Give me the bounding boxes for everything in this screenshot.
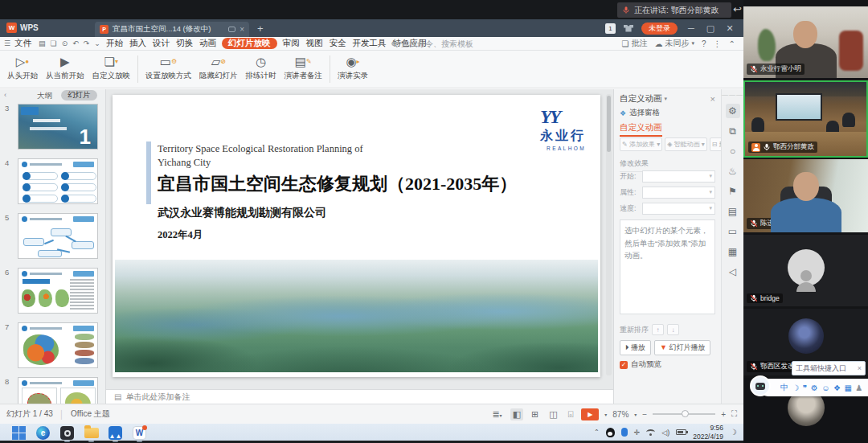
windows-start-button[interactable]: [11, 425, 27, 441]
volume-icon[interactable]: ◁): [661, 429, 669, 437]
slide-thumbnail-8[interactable]: [18, 377, 98, 404]
notes-toggle-icon[interactable]: ≣▾: [489, 408, 504, 420]
menu-item-view[interactable]: 视图: [303, 37, 326, 50]
night-mode-icon[interactable]: ☽: [730, 428, 737, 437]
animation-section-tab[interactable]: 自定义动画: [620, 122, 662, 137]
collapse-panel-icon[interactable]: ‹: [4, 90, 6, 99]
menu-item-security[interactable]: 安全: [326, 37, 350, 50]
zoom-in-button[interactable]: +: [721, 410, 726, 419]
camera-app-icon[interactable]: [59, 425, 75, 441]
wps-logo[interactable]: W WPS: [6, 23, 39, 33]
reorder-down-button[interactable]: ↓: [667, 324, 679, 335]
redo-icon[interactable]: ↷: [84, 39, 90, 47]
command-search[interactable]: 🔍︎ 查找命令、搜索模板: [391, 39, 473, 50]
close-tooltip-icon[interactable]: ×: [858, 364, 862, 372]
ime-toolbox-icon[interactable]: ▦: [845, 384, 852, 392]
preview-icon[interactable]: ⊙: [62, 39, 68, 47]
image-icon[interactable]: ▦: [726, 244, 740, 259]
slide-play-button[interactable]: ▼ 幻灯片播放: [654, 340, 710, 355]
wps-taskbar-icon[interactable]: W: [132, 425, 147, 441]
start-from-current-button[interactable]: ▶从当前开始: [42, 51, 88, 88]
menu-item-slideshow[interactable]: 幻灯片放映: [222, 38, 277, 49]
hide-slide-button[interactable]: ▱⊘隐藏幻灯片: [195, 51, 242, 88]
menu-item-review[interactable]: 审阅: [280, 37, 303, 50]
participant-video-4[interactable]: bridge: [743, 235, 868, 306]
notes-bar[interactable]: ▤ 单击此处添加备注: [106, 389, 613, 404]
collapse-ribbon-icon[interactable]: ⌃: [729, 39, 735, 48]
ime-punctuation-icon[interactable]: ❞: [803, 384, 807, 392]
reading-view-icon[interactable]: ◫: [547, 408, 559, 420]
slide-sorter-icon[interactable]: ⊞: [529, 408, 541, 420]
minimize-button[interactable]: ─: [686, 23, 697, 33]
play-animation-button[interactable]: ⏵ 播放: [620, 340, 651, 355]
lecture-record-button[interactable]: ◉▸演讲实录: [334, 51, 372, 88]
current-slide[interactable]: YY 永业行 REALHOM Territory Space Ecologica…: [113, 95, 600, 377]
battery-icon[interactable]: [676, 429, 686, 435]
reorder-up-button[interactable]: ↑: [652, 324, 664, 335]
ime-tools-icon[interactable]: ⚙: [811, 384, 818, 392]
sound-icon[interactable]: ◁: [726, 265, 740, 279]
speed-dropdown[interactable]: ▾: [642, 203, 715, 215]
setup-show-button[interactable]: ▭⚙设置放映方式: [141, 51, 195, 88]
close-tab-icon[interactable]: ×: [240, 25, 244, 34]
settings-gear-icon[interactable]: ⚙: [726, 104, 740, 118]
menu-item-home[interactable]: 开始: [103, 37, 126, 50]
help-icon[interactable]: ?: [702, 39, 706, 48]
animation-flag-icon[interactable]: ⚑: [726, 184, 740, 199]
document-tab[interactable]: P 宜昌市国土空间...14 (修改中) ×: [95, 22, 249, 37]
hamburger-icon[interactable]: ☰: [4, 39, 10, 47]
layout-panes-icon[interactable]: ⧉: [726, 124, 740, 138]
zoom-slider[interactable]: [653, 413, 715, 415]
slideshow-play-button[interactable]: ▶: [581, 408, 599, 420]
ime-skin-icon[interactable]: ❖: [833, 384, 841, 392]
zoom-options-icon[interactable]: ▾: [634, 412, 637, 417]
ime-login-icon[interactable]: ♟: [855, 384, 862, 392]
comment-bubble-icon[interactable]: [228, 27, 235, 32]
clipboard-icon[interactable]: ▤: [726, 204, 740, 219]
tab-slides[interactable]: 幻灯片: [61, 90, 97, 100]
photos-app-icon[interactable]: ▲▲: [108, 425, 123, 441]
menu-item-devtools[interactable]: 开发工具: [350, 37, 390, 50]
rehearse-timing-button[interactable]: ◷排练计时: [242, 51, 280, 88]
menu-item-insert[interactable]: 插入: [126, 37, 149, 50]
comment-button[interactable]: ❏批注: [622, 38, 648, 49]
zoom-level[interactable]: 87%: [612, 410, 628, 419]
ime-emoji-icon[interactable]: ☺: [821, 384, 829, 392]
file-menu[interactable]: 文件: [14, 38, 31, 49]
custom-show-button[interactable]: ❏▾自定义放映: [88, 51, 135, 88]
collapse-toast-arrow-icon[interactable]: ↩: [733, 3, 742, 15]
close-window-button[interactable]: ✕: [724, 23, 735, 34]
smart-animation-button[interactable]: ◈ 智能动画 ▾: [665, 137, 707, 151]
color-fill-icon[interactable]: ♨: [726, 164, 740, 178]
maximize-button[interactable]: ▢: [705, 23, 716, 34]
panel-handle-icon[interactable]: ———: [722, 91, 743, 98]
presenter-view-icon[interactable]: ⌻: [566, 408, 576, 420]
animation-panel-header[interactable]: 自定义动画 ▾ ×: [620, 93, 715, 105]
undo-icon[interactable]: ↶: [72, 39, 79, 47]
more-menu-icon[interactable]: ⋮: [714, 39, 722, 48]
slide-thumbnail-5[interactable]: [18, 213, 98, 259]
sync-status[interactable]: ☁未同步▾: [655, 38, 695, 49]
qq-icon[interactable]: [606, 428, 615, 437]
participant-video-2-active-speaker[interactable]: 鄂西分部黄政: [743, 80, 868, 158]
pin-input-icon[interactable]: ✛: [634, 429, 641, 437]
ime-fullwidth-icon[interactable]: ☽: [792, 384, 800, 392]
file-explorer-icon[interactable]: [84, 425, 99, 441]
tray-expand-icon[interactable]: ⌃: [594, 429, 600, 436]
participant-video-3[interactable]: 陈进: [743, 159, 868, 232]
ime-assistant-icon[interactable]: [750, 375, 771, 396]
fit-slide-icon[interactable]: ⛶: [731, 409, 737, 419]
auto-preview-checkbox[interactable]: ✓: [620, 361, 628, 369]
scrollbar-thumb[interactable]: [607, 96, 611, 152]
ime-language-toggle[interactable]: 中: [780, 382, 788, 393]
save-icon[interactable]: ▤: [39, 39, 46, 47]
slide-thumbnail-6[interactable]: [18, 268, 98, 314]
speaker-notes-button[interactable]: ▤✎演讲者备注: [280, 51, 327, 88]
new-tab-button[interactable]: +: [257, 23, 264, 35]
textbox-icon[interactable]: ▭: [726, 224, 740, 239]
close-panel-icon[interactable]: ×: [710, 94, 715, 104]
shapes-icon[interactable]: ○: [726, 144, 740, 158]
microphone-tray-icon[interactable]: [621, 428, 628, 437]
wifi-icon[interactable]: [646, 429, 655, 435]
start-from-beginning-button[interactable]: ▷●从头开始: [3, 51, 42, 88]
